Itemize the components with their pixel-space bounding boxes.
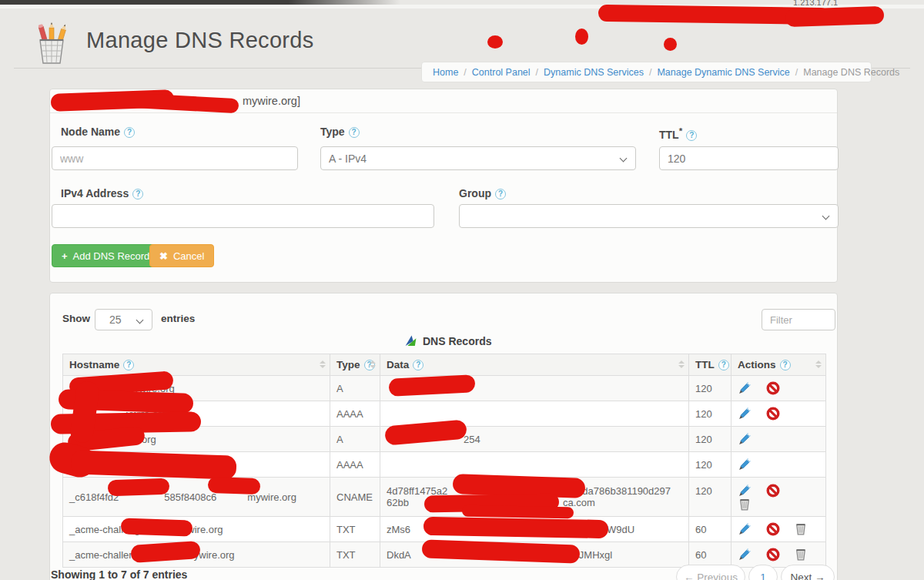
redaction-scribble <box>424 517 608 538</box>
actions-cell <box>732 542 826 568</box>
edit-pencil-icon[interactable] <box>738 381 752 395</box>
actions-cell <box>732 478 826 517</box>
ttl-cell: 120 <box>689 376 732 401</box>
page-size-select[interactable]: 25 <box>95 309 152 330</box>
pagination-previous-button[interactable]: ← Previous <box>676 565 745 580</box>
type-cell: CNAME <box>330 478 380 517</box>
table-header-row: Hostname? Type? Data? TTL? Actions? <box>63 354 826 376</box>
redaction-scribble <box>121 518 193 536</box>
page: 1.213.177.1 Manage DNS Records Home / Co… <box>0 0 924 580</box>
redaction-scribble <box>664 38 677 51</box>
redacted-ip-fragment: 1.213.177.1 <box>793 0 838 7</box>
hostname-cell: _c618f4fd2585f8408c6mywire.org <box>63 478 330 517</box>
redaction-scribble <box>108 478 170 497</box>
delete-trash-icon[interactable] <box>794 522 808 536</box>
ipv4-label: IPv4 Address? <box>61 187 143 199</box>
chevron-down-icon <box>136 317 144 324</box>
type-cell: AAAA <box>330 401 380 427</box>
sort-icon <box>370 360 376 368</box>
col-ttl[interactable]: TTL? <box>689 354 732 376</box>
redaction-scribble <box>462 505 574 519</box>
show-label: Show <box>62 313 90 324</box>
actions-cell <box>732 517 826 542</box>
disable-icon[interactable] <box>766 548 780 562</box>
type-cell: TXT <box>330 542 380 568</box>
add-dns-record-button[interactable]: + Add DNS Record <box>52 244 159 267</box>
breadcrumb: Home / Control Panel / Dynamic DNS Servi… <box>421 62 872 82</box>
edit-pencil-icon[interactable] <box>738 522 752 536</box>
ttl-cell: 60 <box>689 517 732 542</box>
breadcrumb-current: Manage DNS Records <box>803 67 899 78</box>
pencil-cup-logo-icon <box>31 22 72 66</box>
sort-icon <box>320 360 326 368</box>
ipv4-input[interactable] <box>52 204 434 228</box>
type-select[interactable]: A - IPv4 <box>320 146 636 170</box>
edit-pencil-icon[interactable] <box>738 407 752 421</box>
type-label: Type? <box>320 126 360 138</box>
group-help-icon[interactable]: ? <box>495 189 506 199</box>
sort-icon <box>678 360 685 368</box>
actions-cell <box>732 401 826 427</box>
cancel-button[interactable]: ✖ Cancel <box>149 244 214 267</box>
hostname-cell: _acme-challengywire.org <box>63 517 330 542</box>
type-cell: AAAA <box>330 452 380 478</box>
pagination-next-button[interactable]: Next → <box>781 565 835 580</box>
data-col-help-icon[interactable]: ? <box>413 360 424 370</box>
breadcrumb-home[interactable]: Home <box>433 67 458 78</box>
edit-pencil-icon[interactable] <box>738 484 752 498</box>
actions-cell <box>732 427 826 452</box>
edit-pencil-icon[interactable] <box>738 458 752 471</box>
node-name-help-icon[interactable]: ? <box>124 127 135 138</box>
dns-records-icon <box>404 334 417 347</box>
col-hostname[interactable]: Hostname? <box>63 354 330 376</box>
edit-pencil-icon[interactable] <box>738 432 752 446</box>
delete-trash-icon[interactable] <box>794 548 808 562</box>
delete-trash-icon[interactable] <box>738 498 752 511</box>
ttl-help-icon[interactable]: ? <box>686 130 697 141</box>
group-select[interactable] <box>459 204 839 228</box>
col-type[interactable]: Type? <box>330 354 380 376</box>
pagination-page-1-button[interactable]: 1 <box>748 565 778 580</box>
page-title: Manage DNS Records <box>86 28 314 53</box>
redaction-scribble <box>208 477 261 495</box>
breadcrumb-manage-dynamic-dns-service[interactable]: Manage Dynamic DNS Service <box>657 67 789 78</box>
disable-icon[interactable] <box>766 381 780 395</box>
redaction-scribble <box>575 28 588 45</box>
actions-cell <box>732 376 826 401</box>
type-cell: A <box>330 427 380 452</box>
type-cell: A <box>330 376 380 401</box>
data-cell <box>380 452 689 478</box>
table-caption: DNS Records <box>404 334 491 347</box>
ipv4-help-icon[interactable]: ? <box>132 189 143 199</box>
ttl-col-help-icon[interactable]: ? <box>718 360 729 370</box>
type-help-icon[interactable]: ? <box>349 127 360 138</box>
chevron-down-icon <box>620 155 628 163</box>
ttl-input[interactable] <box>659 146 839 170</box>
hostname-help-icon[interactable]: ? <box>123 360 134 370</box>
actions-col-help-icon[interactable]: ? <box>780 360 791 370</box>
ttl-cell: 120 <box>689 452 732 478</box>
add-record-panel: mywire.org] Node Name? Type? A - IPv4 TT… <box>49 89 838 283</box>
disable-icon[interactable] <box>766 407 780 421</box>
ttl-cell: 120 <box>689 401 732 427</box>
node-name-input[interactable] <box>52 146 298 170</box>
disable-icon[interactable] <box>766 522 780 536</box>
plus-icon: + <box>62 250 68 262</box>
breadcrumb-dynamic-dns-services[interactable]: Dynamic DNS Services <box>544 67 644 78</box>
col-actions[interactable]: Actions? <box>732 354 826 376</box>
chevron-down-icon <box>822 213 830 220</box>
redaction-scribble <box>487 35 503 49</box>
x-icon: ✖ <box>159 250 168 262</box>
ttl-cell: 120 <box>689 478 732 517</box>
ttl-cell: 60 <box>689 542 732 568</box>
group-label: Group? <box>459 187 506 199</box>
filter-input[interactable] <box>762 309 835 330</box>
domain-heading-text: mywire.org] <box>243 95 300 107</box>
breadcrumb-control-panel[interactable]: Control Panel <box>472 67 531 78</box>
ttl-label: TTL*? <box>659 126 697 141</box>
showing-entries-text: Showing 1 to 7 of 7 entries <box>51 568 187 580</box>
col-data[interactable]: Data? <box>380 354 689 376</box>
type-cell: TXT <box>330 517 380 542</box>
edit-pencil-icon[interactable] <box>738 548 752 562</box>
disable-icon[interactable] <box>766 484 780 498</box>
